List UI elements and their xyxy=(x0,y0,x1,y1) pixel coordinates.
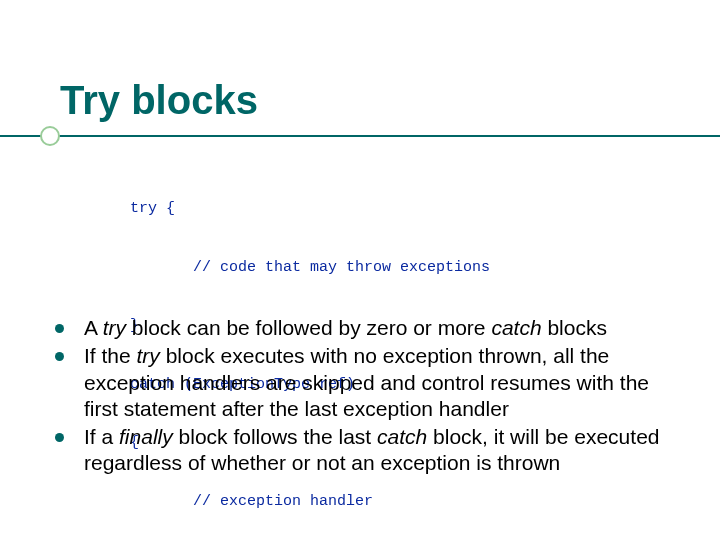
code-line: try { xyxy=(130,199,490,219)
text-run: block can be followed by zero or more xyxy=(126,316,491,339)
text-italic: catch xyxy=(377,425,427,448)
text-run: If the xyxy=(84,344,137,367)
text-italic: finally xyxy=(119,425,173,448)
bullet-icon xyxy=(55,352,64,361)
title-underline xyxy=(0,135,720,137)
text-run: A xyxy=(84,316,103,339)
bullet-icon xyxy=(55,433,64,442)
list-item: If a finally block follows the last catc… xyxy=(55,424,680,477)
code-line: // code that may throw exceptions xyxy=(130,258,490,278)
code-line: // exception handler xyxy=(130,492,490,512)
text-italic: try xyxy=(137,344,160,367)
bullet-icon xyxy=(55,324,64,333)
bullet-list: A try block can be followed by zero or m… xyxy=(55,315,680,479)
text-run: block follows the last xyxy=(173,425,377,448)
text-italic: try xyxy=(103,316,126,339)
text-run: blocks xyxy=(542,316,607,339)
list-item: If the try block executes with no except… xyxy=(55,343,680,422)
list-item: A try block can be followed by zero or m… xyxy=(55,315,680,341)
slide-title: Try blocks xyxy=(60,78,258,123)
title-accent-circle xyxy=(40,126,60,146)
bullet-text: If a finally block follows the last catc… xyxy=(84,424,680,477)
bullet-text: A try block can be followed by zero or m… xyxy=(84,315,607,341)
bullet-text: If the try block executes with no except… xyxy=(84,343,680,422)
text-run: If a xyxy=(84,425,119,448)
text-run: block executes with no exception thrown,… xyxy=(84,344,649,420)
slide: Try blocks try { // code that may throw … xyxy=(0,0,720,540)
text-italic: catch xyxy=(491,316,541,339)
